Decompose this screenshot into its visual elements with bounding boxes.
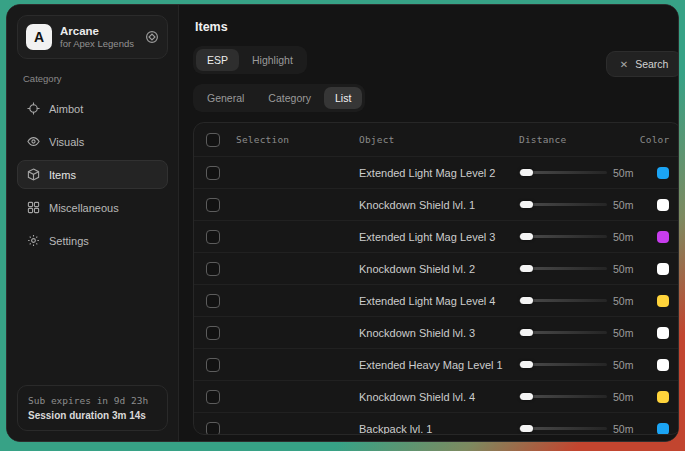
color-swatch[interactable] [657, 295, 669, 307]
row-checkbox[interactable] [206, 166, 220, 180]
slider-thumb[interactable] [520, 265, 533, 272]
sidebar-item-label: Miscellaneous [49, 202, 119, 214]
table-body: Extended Light Mag Level 2 50m Knockdown… [194, 157, 679, 435]
color-swatch[interactable] [657, 423, 669, 435]
distance-value: 50m [607, 423, 633, 435]
row-checkbox[interactable] [206, 230, 220, 244]
slider-thumb[interactable] [520, 233, 533, 240]
color-swatch[interactable] [657, 263, 669, 275]
sidebar-item-label: Visuals [49, 136, 84, 148]
target-icon[interactable] [145, 30, 159, 44]
tab-esp[interactable]: ESP [196, 49, 239, 71]
slider-thumb[interactable] [520, 361, 533, 368]
sidebar-item-items[interactable]: Items [17, 160, 168, 189]
items-table: Selection Object Distance Color Extended… [193, 122, 679, 435]
slider-thumb[interactable] [520, 169, 533, 176]
crosshair-icon [27, 102, 40, 115]
color-swatch[interactable] [657, 359, 669, 371]
row-checkbox[interactable] [206, 262, 220, 276]
session-duration-text: Session duration 3m 14s [28, 410, 157, 421]
subscription-info-card: Sub expires in 9d 23h Session duration 3… [17, 385, 168, 431]
sidebar-item-label: Settings [49, 235, 89, 247]
slider-thumb[interactable] [520, 201, 533, 208]
distance-slider[interactable] [519, 203, 607, 206]
distance-value: 50m [607, 199, 633, 211]
tab-highlight[interactable]: Highlight [241, 49, 304, 71]
object-name: Extended Light Mag Level 4 [359, 295, 519, 307]
sidebar-nav: Aimbot Visuals Items Miscellaneous Setti… [17, 94, 168, 255]
sidebar-item-miscellaneous[interactable]: Miscellaneous [17, 193, 168, 222]
table-row: Extended Heavy Mag Level 1 50m [194, 349, 679, 381]
distance-value: 50m [607, 167, 633, 179]
distance-slider[interactable] [519, 235, 607, 238]
table-row: Knockdown Shield lvl. 2 50m [194, 253, 679, 285]
page-title: Items [195, 20, 679, 34]
object-name: Knockdown Shield lvl. 1 [359, 199, 519, 211]
distance-value: 50m [607, 327, 633, 339]
color-swatch[interactable] [657, 231, 669, 243]
app-name: Arcane [60, 24, 137, 38]
row-checkbox[interactable] [206, 390, 220, 404]
slider-thumb[interactable] [520, 297, 533, 304]
sidebar-item-label: Items [49, 169, 76, 181]
tab-general[interactable]: General [196, 87, 255, 109]
distance-slider[interactable] [519, 171, 607, 174]
eye-icon [27, 135, 40, 148]
slider-thumb[interactable] [520, 393, 533, 400]
object-name: Extended Light Mag Level 2 [359, 167, 519, 179]
app-logo: A [26, 24, 52, 50]
select-all-checkbox[interactable] [206, 133, 220, 147]
distance-value: 50m [607, 359, 633, 371]
distance-slider[interactable] [519, 331, 607, 334]
table-row: Extended Light Mag Level 3 50m [194, 221, 679, 253]
distance-slider[interactable] [519, 363, 607, 366]
slider-thumb[interactable] [520, 425, 533, 432]
tab-category[interactable]: Category [257, 87, 322, 109]
object-name: Backpack lvl. 1 [359, 423, 519, 435]
object-name: Knockdown Shield lvl. 3 [359, 327, 519, 339]
table-row: Extended Light Mag Level 4 50m [194, 285, 679, 317]
table-row: Knockdown Shield lvl. 4 50m [194, 381, 679, 413]
row-checkbox[interactable] [206, 422, 220, 436]
color-swatch[interactable] [657, 327, 669, 339]
distance-value: 50m [607, 391, 633, 403]
row-checkbox[interactable] [206, 326, 220, 340]
table-header-row: Selection Object Distance Color [194, 123, 679, 157]
sidebar-item-aimbot[interactable]: Aimbot [17, 94, 168, 123]
sub-expiry-text: Sub expires in 9d 23h [28, 395, 157, 406]
distance-slider[interactable] [519, 427, 607, 430]
distance-slider[interactable] [519, 395, 607, 398]
object-name: Extended Heavy Mag Level 1 [359, 359, 519, 371]
column-header-distance: Distance [519, 134, 633, 145]
distance-value: 50m [607, 295, 633, 307]
cheat-menu-window: A Arcane for Apex Legends Category Aimbo… [6, 4, 679, 442]
slider-thumb[interactable] [520, 329, 533, 336]
table-row: Knockdown Shield lvl. 1 50m [194, 189, 679, 221]
row-checkbox[interactable] [206, 198, 220, 212]
row-checkbox[interactable] [206, 294, 220, 308]
column-header-object: Object [359, 134, 519, 145]
sidebar-item-settings[interactable]: Settings [17, 226, 168, 255]
color-swatch[interactable] [657, 391, 669, 403]
object-name: Knockdown Shield lvl. 4 [359, 391, 519, 403]
table-row: Knockdown Shield lvl. 3 50m [194, 317, 679, 349]
category-label: Category [23, 73, 168, 84]
package-icon [27, 168, 40, 181]
tab-list[interactable]: List [324, 87, 362, 109]
sidebar-item-visuals[interactable]: Visuals [17, 127, 168, 156]
grid-icon [27, 201, 40, 214]
x-search-icon: ✕ [620, 59, 628, 70]
distance-value: 50m [607, 231, 633, 243]
gear-icon [27, 234, 40, 247]
color-swatch[interactable] [657, 199, 669, 211]
row-checkbox[interactable] [206, 358, 220, 372]
sidebar-item-label: Aimbot [49, 103, 83, 115]
brand-card[interactable]: A Arcane for Apex Legends [17, 15, 168, 59]
sidebar: A Arcane for Apex Legends Category Aimbo… [7, 5, 179, 441]
distance-slider[interactable] [519, 299, 607, 302]
color-swatch[interactable] [657, 167, 669, 179]
object-name: Extended Light Mag Level 3 [359, 231, 519, 243]
search-button-label: Search [635, 58, 668, 70]
distance-slider[interactable] [519, 267, 607, 270]
search-button[interactable]: ✕ Search [606, 51, 679, 77]
